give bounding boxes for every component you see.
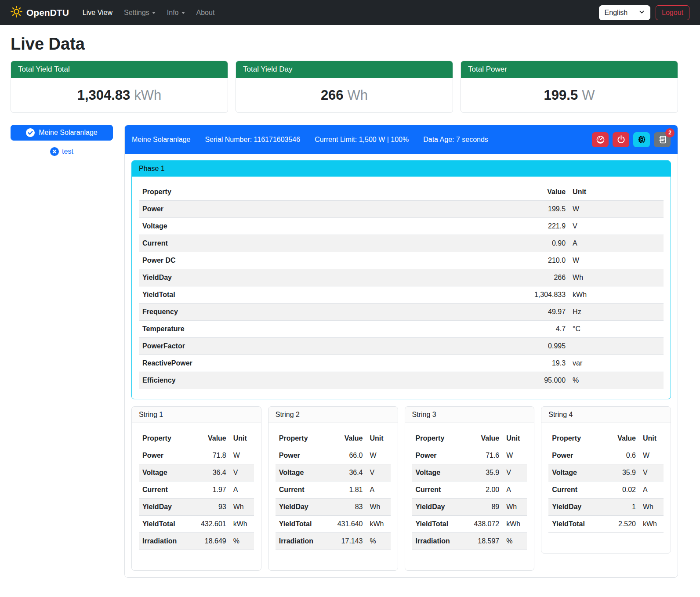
string-2-card: String 2 Property Value Unit bbox=[268, 406, 398, 571]
sun-icon bbox=[11, 6, 22, 20]
unit-cell: W bbox=[569, 201, 664, 218]
total-power-unit: W bbox=[582, 87, 595, 103]
property-cell: Irradiation bbox=[139, 533, 194, 550]
property-cell: YieldTotal bbox=[139, 286, 464, 304]
col-property: Property bbox=[412, 430, 468, 447]
unit-cell: A bbox=[230, 481, 254, 499]
x-circle-icon bbox=[50, 147, 59, 156]
property-cell: YieldTotal bbox=[276, 516, 331, 533]
table-row: YieldTotal2.520kWh bbox=[548, 516, 664, 533]
table-row: Power0.6W bbox=[548, 447, 664, 464]
property-cell: Irradiation bbox=[412, 533, 468, 550]
unit-cell: W bbox=[503, 447, 527, 464]
unit-cell: % bbox=[569, 372, 664, 389]
table-row: YieldDay1Wh bbox=[548, 499, 664, 516]
language-value: English bbox=[605, 9, 627, 17]
phase-1-card: Phase 1 Property Value Unit P bbox=[131, 160, 671, 399]
value-cell: 199.5 bbox=[464, 201, 569, 218]
property-cell: PowerFactor bbox=[139, 338, 464, 355]
total-yield-total-card: Total Yield Total 1,304.83kWh bbox=[11, 61, 228, 113]
unit-cell: W bbox=[569, 252, 664, 269]
unit-cell: A bbox=[503, 481, 527, 499]
string-1-table: Property Value Unit Power71.8WVoltage36.… bbox=[139, 430, 254, 550]
unit-cell: V bbox=[639, 464, 664, 481]
value-cell: 438.072 bbox=[467, 516, 503, 533]
value-cell: 0.02 bbox=[604, 481, 639, 499]
table-row: YieldTotal1,304.833kWh bbox=[139, 286, 664, 304]
table-row: Voltage36.4V bbox=[139, 464, 254, 481]
property-cell: Current bbox=[412, 481, 468, 499]
brand[interactable]: OpenDTU bbox=[11, 6, 69, 20]
unit-cell bbox=[569, 338, 664, 355]
property-cell: YieldTotal bbox=[412, 516, 468, 533]
string-3-table: Property Value Unit Power71.6WVoltage35.… bbox=[412, 430, 527, 550]
power-button[interactable] bbox=[613, 132, 629, 147]
device-info-button[interactable] bbox=[633, 132, 650, 147]
property-cell: YieldDay bbox=[412, 499, 468, 516]
table-row: ReactivePower19.3var bbox=[139, 355, 664, 372]
total-yield-day-unit: Wh bbox=[348, 87, 368, 103]
unit-cell: kWh bbox=[569, 286, 664, 304]
unit-cell: Hz bbox=[569, 304, 664, 321]
nav-item-about[interactable]: About bbox=[191, 5, 221, 20]
string-3-title: String 3 bbox=[405, 407, 534, 423]
summary-cards-row: Total Yield Total 1,304.83kWh Total Yiel… bbox=[11, 61, 678, 113]
unit-cell: kWh bbox=[503, 516, 527, 533]
total-yield-day-card: Total Yield Day 266Wh bbox=[236, 61, 453, 113]
value-cell: 17.143 bbox=[330, 533, 366, 550]
value-cell: 2.00 bbox=[467, 481, 503, 499]
value-cell: 35.9 bbox=[604, 464, 639, 481]
table-row: Temperature4.7°C bbox=[139, 321, 664, 338]
string-1-title: String 1 bbox=[132, 407, 261, 423]
col-unit: Unit bbox=[503, 430, 527, 447]
value-cell: 266 bbox=[464, 269, 569, 286]
current-limit: Current Limit: 1,500 W | 100% bbox=[315, 136, 409, 144]
logout-button[interactable]: Logout bbox=[656, 5, 689, 20]
col-value: Value bbox=[330, 430, 366, 447]
property-cell: Frequency bbox=[139, 304, 464, 321]
unit-cell: kWh bbox=[639, 516, 664, 533]
unit-cell: W bbox=[230, 447, 254, 464]
value-cell: 71.6 bbox=[467, 447, 503, 464]
property-cell: Power bbox=[548, 447, 604, 464]
data-age: Data Age: 7 seconds bbox=[423, 136, 488, 144]
inverter-item-test[interactable]: test bbox=[11, 147, 113, 156]
property-cell: Voltage bbox=[139, 218, 464, 235]
table-row: Voltage221.9V bbox=[139, 218, 664, 235]
table-row: Current0.90A bbox=[139, 235, 664, 252]
card-body: 199.5W bbox=[461, 78, 678, 112]
table-header-row: Property Value Unit bbox=[548, 430, 664, 447]
unit-cell: °C bbox=[569, 321, 664, 338]
check-circle-icon bbox=[26, 128, 35, 137]
limit-settings-button[interactable] bbox=[592, 132, 609, 147]
chevron-down-icon bbox=[639, 9, 645, 17]
unit-cell: Wh bbox=[639, 499, 664, 516]
string-4-card: String 4 Property Value Unit bbox=[541, 406, 671, 554]
nav-item-live-view[interactable]: Live View bbox=[77, 5, 118, 20]
total-power-value: 199.5 bbox=[544, 87, 578, 103]
inverter-panel-header: Meine Solaranlage Serial Number: 1161716… bbox=[125, 125, 678, 154]
table-row: Voltage35.9V bbox=[548, 464, 664, 481]
string-2-table: Property Value Unit Power66.0WVoltage36.… bbox=[276, 430, 391, 550]
unit-cell: var bbox=[569, 355, 664, 372]
nav-item-settings[interactable]: Settings bbox=[118, 5, 161, 20]
unit-cell: Wh bbox=[503, 499, 527, 516]
value-cell: 432.601 bbox=[194, 516, 230, 533]
value-cell: 210.0 bbox=[464, 252, 569, 269]
value-cell: 0.6 bbox=[604, 447, 639, 464]
value-cell: 71.8 bbox=[194, 447, 230, 464]
value-cell: 1 bbox=[604, 499, 639, 516]
col-property: Property bbox=[548, 430, 604, 447]
property-cell: ReactivePower bbox=[139, 355, 464, 372]
unit-cell: Wh bbox=[230, 499, 254, 516]
total-yield-total-value: 1,304.83 bbox=[77, 87, 131, 103]
value-cell: 35.9 bbox=[467, 464, 503, 481]
inverter-selected-button[interactable]: Meine Solaranlage bbox=[11, 125, 113, 141]
unit-cell: A bbox=[569, 235, 664, 252]
nav-item-info[interactable]: Info bbox=[161, 5, 191, 20]
property-cell: YieldTotal bbox=[548, 516, 604, 533]
event-log-button[interactable]: 2 bbox=[654, 132, 671, 147]
table-row: Frequency49.97Hz bbox=[139, 304, 664, 321]
inverter-sidebar: Meine Solaranlage test bbox=[11, 125, 113, 156]
language-select[interactable]: English bbox=[599, 5, 650, 20]
